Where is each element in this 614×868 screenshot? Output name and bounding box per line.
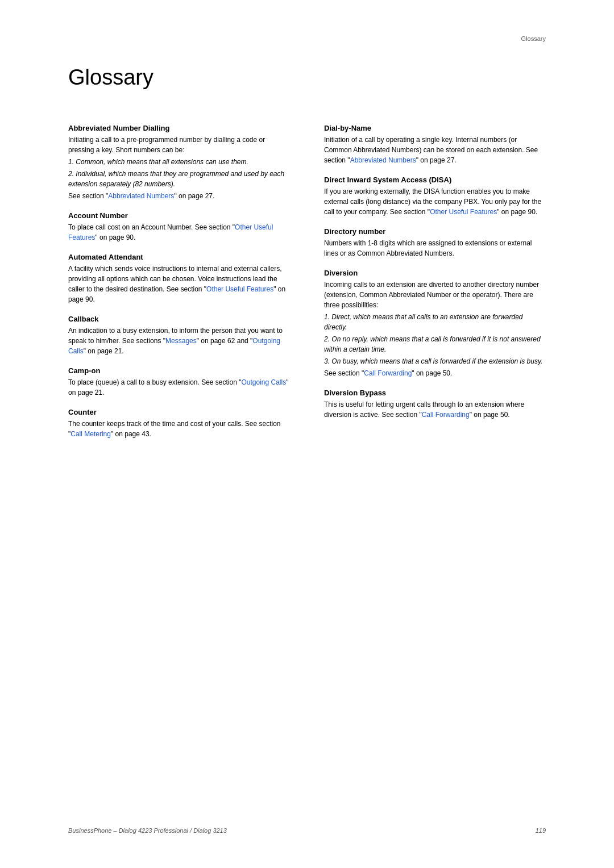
glossary-entry-directory-number: Directory numberNumbers with 1-8 digits … bbox=[324, 227, 546, 258]
entry-title: Account Number bbox=[68, 211, 290, 220]
entry-title: Directory number bbox=[324, 227, 546, 236]
glossary-entry-counter: CounterThe counter keeps track of the ti… bbox=[68, 408, 290, 439]
glossary-entry-callback: CallbackAn indication to a busy extensio… bbox=[68, 315, 290, 356]
entry-link[interactable]: Messages bbox=[165, 337, 197, 345]
entry-body: If you are working externally, the DISA … bbox=[324, 186, 546, 217]
left-column: Abbreviated Number DiallingInitiating a … bbox=[68, 124, 290, 449]
header-label: Glossary bbox=[521, 35, 546, 42]
glossary-entry-diversion-bypass: Diversion BypassThis is useful for letti… bbox=[324, 389, 546, 420]
entry-link[interactable]: Abbreviated Numbers bbox=[350, 156, 416, 164]
italic-text: 1. Direct, which means that all calls to… bbox=[324, 313, 523, 331]
entry-title: Callback bbox=[68, 315, 290, 323]
footer-right: 119 bbox=[536, 827, 546, 834]
entry-link[interactable]: Abbreviated Numbers bbox=[108, 192, 174, 200]
entry-body: To place (queue) a call to a busy extens… bbox=[68, 377, 290, 398]
entry-title: Abbreviated Number Dialling bbox=[68, 124, 290, 132]
entry-link[interactable]: Other Useful Features bbox=[430, 208, 497, 216]
entry-body: To place call cost on an Account Number.… bbox=[68, 222, 290, 243]
italic-text: 3. On busy, which means that a call is f… bbox=[324, 357, 542, 365]
glossary-entry-dial-by-name: Dial-by-NameInitiation of a call by oper… bbox=[324, 124, 546, 165]
glossary-entry-diversion: DiversionIncoming calls to an extension … bbox=[324, 269, 546, 378]
glossary-entry-direct-inward-system-access: Direct Inward System Access (DISA)If you… bbox=[324, 176, 546, 217]
entry-title: Automated Attendant bbox=[68, 253, 290, 261]
italic-text: 2. Individual, which means that they are… bbox=[68, 170, 284, 188]
entry-body: This is useful for letting urgent calls … bbox=[324, 399, 546, 420]
entry-body: An indication to a busy extension, to in… bbox=[68, 326, 290, 356]
footer: BusinessPhone – Dialog 4223 Professional… bbox=[68, 827, 546, 834]
entry-title: Counter bbox=[68, 408, 290, 416]
italic-text: 1. Common, which means that all extensio… bbox=[68, 158, 248, 166]
entry-link[interactable]: Call Forwarding bbox=[422, 411, 470, 419]
entry-body: Incoming calls to an extension are diver… bbox=[324, 279, 546, 378]
entry-link[interactable]: Other Useful Features bbox=[206, 285, 273, 293]
title-section: Glossary bbox=[0, 54, 614, 124]
footer-left: BusinessPhone – Dialog 4223 Professional… bbox=[68, 827, 227, 834]
content-area: Abbreviated Number DiallingInitiating a … bbox=[0, 124, 614, 483]
glossary-entry-camp-on: Camp-onTo place (queue) a call to a busy… bbox=[68, 366, 290, 398]
page: Glossary Glossary Abbreviated Number Dia… bbox=[0, 0, 614, 868]
italic-text: 2. On no reply, which means that a call … bbox=[324, 335, 541, 353]
entry-link[interactable]: Outgoing Calls bbox=[241, 378, 286, 386]
entry-title: Dial-by-Name bbox=[324, 124, 546, 132]
entry-body: A facility which sends voice instruction… bbox=[68, 264, 290, 304]
entry-body: Initiation of a call by operating a sing… bbox=[324, 135, 546, 165]
entry-link[interactable]: Other Useful Features bbox=[68, 223, 273, 241]
entry-title: Direct Inward System Access (DISA) bbox=[324, 176, 546, 184]
entry-link[interactable]: Call Metering bbox=[70, 430, 111, 438]
entry-title: Diversion Bypass bbox=[324, 389, 546, 397]
header: Glossary bbox=[0, 0, 614, 54]
entry-title: Camp-on bbox=[68, 366, 290, 375]
entry-body: Initiating a call to a pre-programmed nu… bbox=[68, 135, 290, 201]
entry-link[interactable]: Call Forwarding bbox=[364, 369, 412, 377]
page-title: Glossary bbox=[68, 65, 546, 90]
entry-title: Diversion bbox=[324, 269, 546, 277]
glossary-entry-abbreviated-number-dialling: Abbreviated Number DiallingInitiating a … bbox=[68, 124, 290, 201]
right-column: Dial-by-NameInitiation of a call by oper… bbox=[324, 124, 546, 449]
glossary-entry-account-number: Account NumberTo place call cost on an A… bbox=[68, 211, 290, 243]
glossary-entry-automated-attendant: Automated AttendantA facility which send… bbox=[68, 253, 290, 304]
entry-body: The counter keeps track of the time and … bbox=[68, 419, 290, 439]
entry-body: Numbers with 1-8 digits which are assign… bbox=[324, 238, 546, 258]
